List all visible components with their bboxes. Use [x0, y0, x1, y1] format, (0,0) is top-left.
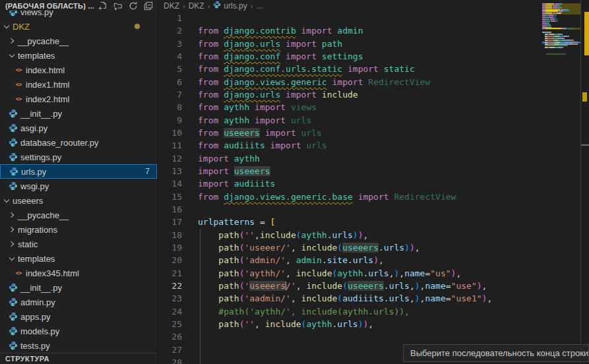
- workspace-title: (РАБОЧАЯ ОБЛАСТЬ) ...: [5, 2, 98, 10]
- code-line[interactable]: path('useeer/', include(useeers.urls)),: [198, 241, 542, 254]
- chevron-right-icon: [8, 242, 16, 246]
- code-line[interactable]: [198, 203, 542, 216]
- tree-item-label: asgi.py: [20, 123, 47, 133]
- tree-item--pycache-[interactable]: __pycache__: [0, 208, 157, 222]
- code-line[interactable]: [198, 330, 542, 343]
- breadcrumb-symbol[interactable]: ...: [256, 1, 263, 11]
- code-line[interactable]: import aythh: [198, 152, 542, 165]
- code-line[interactable]: from useeers import urls: [198, 127, 542, 139]
- tree-item-database-roouter-py[interactable]: database_roouter.py: [0, 135, 157, 150]
- tree-item-label: index.html: [26, 65, 65, 75]
- tree-item-tests-py[interactable]: tests.py: [0, 338, 157, 353]
- code-line[interactable]: path('aadmin/', include(audiiits.urls,),…: [198, 292, 542, 305]
- minimap-line: [542, 53, 580, 55]
- new-file-icon[interactable]: [98, 1, 108, 11]
- tree-item-label: __pycache__: [18, 36, 69, 46]
- code-line[interactable]: path('', include(aythh.urls)),: [198, 318, 542, 330]
- python-file-icon: [8, 297, 18, 307]
- tree-item-label: templates: [18, 254, 55, 264]
- breadcrumb-file[interactable]: urls.py: [224, 1, 247, 11]
- python-file-icon: [8, 109, 18, 118]
- python-file-icon: [8, 138, 18, 147]
- tree-item-index345-html[interactable]: <>index345.html: [0, 266, 157, 280]
- line-numbers-gutter: 1234567891011121314151617181920212223242…: [158, 12, 182, 364]
- warning-marker: [584, 12, 589, 55]
- code-line[interactable]: from aythh import urls: [198, 114, 542, 127]
- tree-item-label: static: [18, 239, 38, 249]
- tree-item-templates[interactable]: templates: [0, 251, 157, 266]
- python-file-icon: [9, 167, 19, 176]
- tree-item-index2-html[interactable]: <>index2.html: [0, 92, 157, 106]
- tree-item-templates[interactable]: templates: [0, 48, 157, 63]
- tree-item-label: tests.py: [20, 341, 50, 351]
- tree-item-settings-py[interactable]: settings.py: [0, 150, 157, 164]
- outline-section-header[interactable]: СТРУКТУРА: [0, 353, 157, 364]
- tree-item-label: settings.py: [20, 152, 61, 162]
- breadcrumb: DKZ › DKZ › urls.py › ...: [158, 0, 589, 11]
- code-line[interactable]: import audiiits: [198, 177, 542, 190]
- workspace-section-header[interactable]: (РАБОЧАЯ ОБЛАСТЬ) ...: [0, 0, 157, 11]
- code-line[interactable]: from django.urls import path: [198, 38, 542, 50]
- html-file-icon: <>: [13, 67, 24, 73]
- vscode-window: views.pyDKZ__pycache__templates<>index.h…: [0, 0, 589, 364]
- code-line[interactable]: from aythh import views: [198, 101, 542, 113]
- code-line[interactable]: from django.conf.urls.static import stat…: [198, 63, 542, 75]
- code-line[interactable]: path('useeers/', include(useeers.urls,),…: [198, 280, 542, 292]
- code-line[interactable]: from django.conf import settings: [198, 50, 542, 63]
- minimap[interactable]: [542, 1, 580, 55]
- tree-item-label: templates: [18, 51, 55, 61]
- code-line[interactable]: from django.views.generic.base import Re…: [198, 191, 542, 203]
- chevron-down-icon: [3, 25, 11, 28]
- python-file-icon: [8, 283, 18, 292]
- tree-item-label: models.py: [20, 326, 59, 336]
- tree-item--init-py[interactable]: __init__.py: [0, 280, 157, 295]
- python-file-icon: [8, 152, 18, 162]
- code-line[interactable]: path('aythh/', include(aythh.urls,),name…: [198, 267, 542, 280]
- collapse-all-icon[interactable]: [144, 1, 153, 11]
- tree-item-label: DKZ: [13, 22, 30, 32]
- code-line[interactable]: from django.views.generic import Redirec…: [198, 76, 542, 88]
- file-tree: views.pyDKZ__pycache__templates<>index.h…: [0, 5, 157, 353]
- python-file-icon: [8, 181, 18, 191]
- code-content[interactable]: from django.contrib import adminfrom dja…: [198, 12, 542, 364]
- code-line[interactable]: [198, 12, 542, 24]
- chevron-down-icon: [3, 199, 11, 202]
- html-file-icon: <>: [13, 81, 24, 88]
- tree-item-dkz[interactable]: DKZ: [0, 19, 157, 34]
- breadcrumb-folder[interactable]: DKZ: [164, 1, 179, 11]
- tree-item-label: index2.html: [26, 94, 69, 104]
- tree-item-index1-html[interactable]: <>index1.html: [0, 77, 157, 92]
- code-line[interactable]: #path('aythh/', include(aythh.urls)),: [198, 305, 542, 318]
- tree-item-models-py[interactable]: models.py: [0, 324, 157, 338]
- tree-item--init-py[interactable]: __init__.py: [0, 106, 157, 121]
- chevron-right-icon: ›: [251, 2, 253, 10]
- tree-item-asgi-py[interactable]: asgi.py: [0, 121, 157, 135]
- chevron-right-icon: [8, 213, 16, 217]
- breadcrumb-folder[interactable]: DKZ: [189, 1, 204, 11]
- warning-marker: [582, 92, 587, 102]
- code-line[interactable]: path('admin/', admin.site.urls),: [198, 254, 542, 266]
- new-folder-icon[interactable]: [113, 1, 123, 11]
- code-line[interactable]: path('',include(aythh.urls)),: [198, 229, 542, 241]
- tree-item--pycache-[interactable]: __pycache__: [0, 34, 157, 48]
- code-line[interactable]: from django.contrib import admin: [198, 24, 542, 37]
- tree-item-index-html[interactable]: <>index.html: [0, 63, 157, 77]
- tree-item-static[interactable]: static: [0, 237, 157, 251]
- chevron-right-icon: ›: [208, 2, 210, 10]
- tree-item-admin-py[interactable]: admin.py: [0, 295, 157, 309]
- code-line[interactable]: from audiiits import urls: [198, 139, 542, 152]
- code-line[interactable]: from django.urls import include: [198, 88, 542, 101]
- code-editor[interactable]: DKZ › DKZ › urls.py › ... 12345678910111…: [158, 0, 589, 364]
- overview-ruler[interactable]: [580, 0, 589, 364]
- tree-item-urls-py[interactable]: urls.py7: [0, 164, 157, 179]
- refresh-icon[interactable]: [129, 1, 138, 11]
- tree-item-label: admin.py: [20, 297, 55, 307]
- tree-item-migrations[interactable]: migrations: [0, 222, 157, 237]
- tree-item-apps-py[interactable]: apps.py: [0, 309, 157, 324]
- tree-item-wsgi-py[interactable]: wsgi.py: [0, 179, 157, 193]
- problems-badge: 7: [145, 167, 150, 176]
- code-line[interactable]: import useeers: [198, 165, 542, 177]
- code-line[interactable]: urlpatterns = [: [198, 216, 542, 228]
- tree-item-useeers[interactable]: useeers: [0, 193, 157, 208]
- explorer-sidebar: views.pyDKZ__pycache__templates<>index.h…: [0, 0, 158, 364]
